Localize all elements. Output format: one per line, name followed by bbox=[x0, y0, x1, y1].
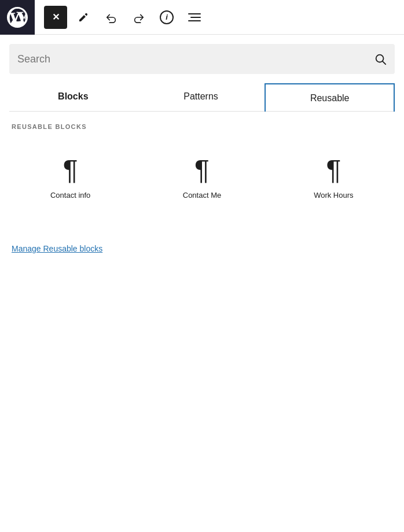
hamburger-icon bbox=[188, 13, 201, 21]
svg-line-1 bbox=[383, 61, 385, 64]
menu-button[interactable] bbox=[183, 6, 206, 29]
toolbar-actions: ✕ i bbox=[35, 6, 215, 29]
redo-icon bbox=[133, 11, 145, 24]
inserter-panel: Blocks Patterns Reusable REUSABLE BLOCKS… bbox=[0, 35, 404, 263]
search-icon bbox=[374, 53, 387, 65]
undo-icon bbox=[105, 11, 117, 24]
tab-blocks[interactable]: Blocks bbox=[9, 83, 137, 112]
undo-button[interactable] bbox=[100, 6, 123, 29]
block-label-contact-me: Contact Me bbox=[183, 191, 221, 200]
tabs-container: Blocks Patterns Reusable bbox=[9, 83, 395, 112]
manage-reusable-blocks-link[interactable]: Manage Reusable blocks bbox=[12, 244, 102, 253]
edit-button[interactable] bbox=[72, 6, 95, 29]
tab-reusable[interactable]: Reusable bbox=[265, 83, 395, 112]
pencil-icon bbox=[78, 12, 89, 23]
redo-button[interactable] bbox=[127, 6, 150, 29]
info-icon: i bbox=[160, 10, 174, 24]
toolbar: ✕ i bbox=[0, 0, 404, 35]
wordpress-logo-icon bbox=[7, 7, 28, 28]
block-item-contact-me[interactable]: ¶ Contact Me bbox=[141, 144, 263, 209]
block-item-work-hours[interactable]: ¶ Work Hours bbox=[273, 144, 395, 209]
block-label-work-hours: Work Hours bbox=[314, 191, 353, 200]
block-label-contact-info: Contact info bbox=[50, 191, 90, 200]
block-icon-contact-info: ¶ bbox=[63, 156, 78, 184]
close-button[interactable]: ✕ bbox=[44, 6, 67, 29]
block-icon-contact-me: ¶ bbox=[194, 156, 210, 184]
block-icon-work-hours: ¶ bbox=[326, 156, 341, 184]
wp-logo bbox=[0, 0, 35, 35]
search-input[interactable] bbox=[17, 53, 374, 65]
info-button[interactable]: i bbox=[155, 6, 178, 29]
tab-patterns[interactable]: Patterns bbox=[137, 83, 265, 112]
section-heading: REUSABLE BLOCKS bbox=[9, 123, 395, 130]
reusable-blocks-grid: ¶ Contact info ¶ Contact Me ¶ Work Hours bbox=[9, 144, 395, 209]
search-container bbox=[9, 44, 395, 74]
block-item-contact-info[interactable]: ¶ Contact info bbox=[9, 144, 131, 209]
